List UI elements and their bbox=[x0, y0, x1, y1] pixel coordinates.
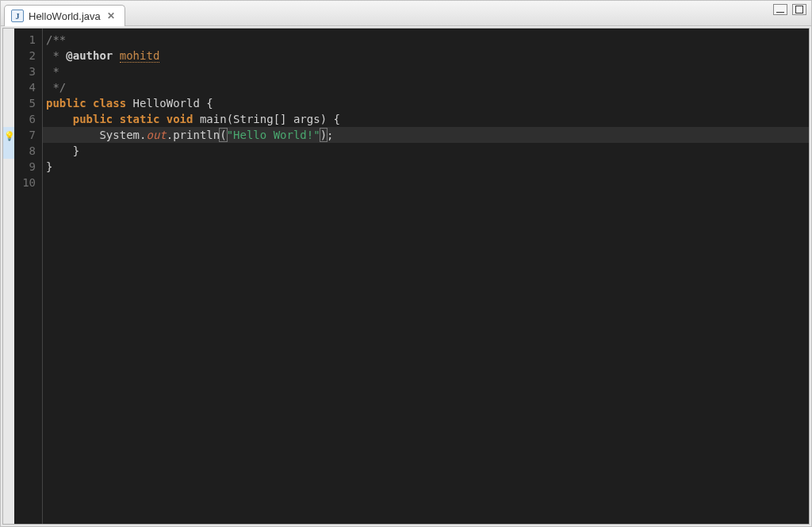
code-line: * @author mohitd bbox=[43, 48, 809, 63]
lightbulb-icon[interactable]: 💡 bbox=[4, 130, 13, 141]
line-number: 5 bbox=[14, 95, 42, 111]
tab-filename: HelloWorld.java bbox=[29, 10, 101, 22]
maximize-button[interactable] bbox=[792, 4, 806, 15]
editor-body: 💡 1 2 3 4 5 6 7 8 9 10 /** * @author moh… bbox=[2, 28, 810, 525]
code-line bbox=[43, 175, 809, 190]
line-number: 4 bbox=[14, 79, 42, 95]
line-number: 9 bbox=[14, 159, 42, 175]
editor-window: J HelloWorld.java ✕ 💡 1 2 3 4 5 6 7 8 9 … bbox=[0, 0, 812, 527]
window-controls bbox=[773, 4, 806, 15]
line-number: 6 bbox=[14, 111, 42, 127]
code-line: public static void main(String[] args) { bbox=[43, 111, 809, 127]
code-editor[interactable]: /** * @author mohitd * */ public class H… bbox=[43, 29, 809, 524]
file-tab[interactable]: J HelloWorld.java ✕ bbox=[4, 5, 125, 26]
author-tag: mohitd bbox=[120, 49, 160, 63]
code-line: * bbox=[43, 63, 809, 79]
line-number: 2 bbox=[14, 48, 42, 63]
minimize-button[interactable] bbox=[773, 4, 787, 15]
line-number: 7 bbox=[14, 127, 42, 143]
code-line: public class HelloWorld { bbox=[43, 95, 809, 111]
line-number: 8 bbox=[14, 143, 42, 159]
java-file-icon: J bbox=[11, 10, 24, 22]
code-line: */ bbox=[43, 79, 809, 95]
line-number: 1 bbox=[14, 32, 42, 48]
code-line: /** bbox=[43, 32, 809, 48]
code-line-current: System.out.println("Hello World!"); bbox=[43, 127, 809, 143]
code-line: } bbox=[43, 159, 809, 175]
line-number-gutter: 1 2 3 4 5 6 7 8 9 10 bbox=[14, 29, 43, 524]
code-line: } bbox=[43, 143, 809, 159]
line-number: 3 bbox=[14, 63, 42, 79]
tab-bar: J HelloWorld.java ✕ bbox=[1, 1, 811, 26]
close-tab-icon[interactable]: ✕ bbox=[105, 10, 117, 21]
line-number: 10 bbox=[14, 175, 42, 190]
marker-strip: 💡 bbox=[3, 29, 14, 524]
